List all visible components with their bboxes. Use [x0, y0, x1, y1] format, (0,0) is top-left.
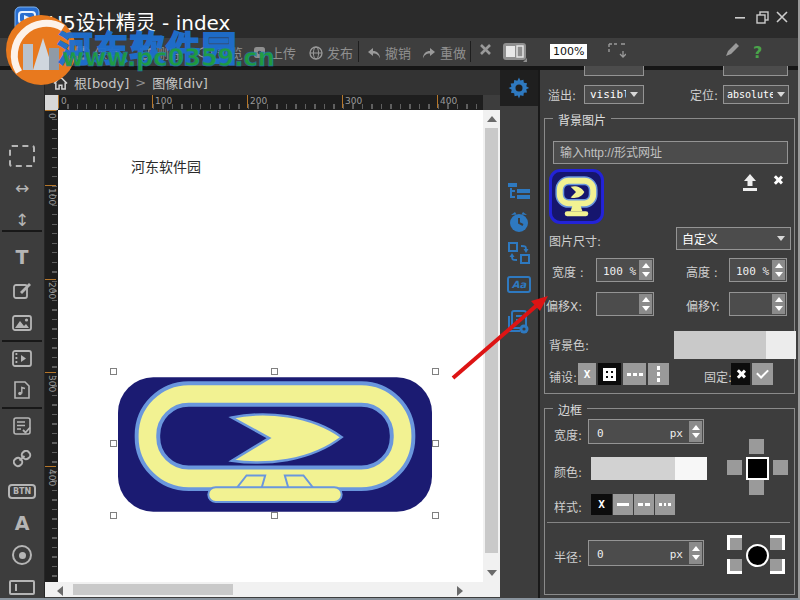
bg-width-stepper[interactable]: 100 %	[596, 258, 654, 282]
vertical-scroll-thumb[interactable]	[485, 128, 498, 553]
div-container-tool[interactable]	[0, 143, 44, 169]
selection-handle-sw[interactable]	[110, 512, 117, 519]
spinner[interactable]	[772, 260, 785, 280]
spin-up-icon[interactable]	[642, 263, 650, 268]
audio-tool[interactable]	[0, 377, 44, 403]
scroll-right-arrow[interactable]	[457, 586, 463, 596]
button-tool[interactable]: BTN	[0, 478, 44, 504]
horizontal-resize-tool[interactable]: ↔	[0, 175, 44, 201]
canvas-text-element[interactable]: 河东软件园	[131, 156, 201, 176]
tile-repeat-y-button[interactable]	[648, 363, 669, 385]
spinner[interactable]	[639, 260, 652, 280]
radius-corner-tl[interactable]	[727, 535, 742, 550]
image-size-select[interactable]: 自定义	[676, 227, 791, 250]
spin-down-icon[interactable]	[642, 306, 650, 311]
border-side-bottom[interactable]	[749, 480, 764, 495]
spinner[interactable]	[689, 421, 702, 442]
horizontal-scrollbar[interactable]	[45, 582, 500, 597]
bg-upload-button[interactable]	[739, 174, 761, 192]
radius-corner-br[interactable]	[770, 559, 785, 574]
spin-up-icon[interactable]	[775, 263, 783, 268]
bg-height-stepper[interactable]: 100 %	[729, 258, 787, 282]
zoom-level-value[interactable]: 100%	[550, 44, 587, 59]
selection-handle-s[interactable]	[271, 512, 278, 519]
border-radius-stepper[interactable]: 0 px	[588, 540, 704, 566]
radius-all-corners[interactable]	[746, 544, 769, 567]
selection-handle-w[interactable]	[110, 440, 117, 447]
scroll-up-arrow[interactable]	[487, 116, 497, 122]
undo-button[interactable]: 撤销	[367, 43, 411, 62]
spin-up-icon[interactable]	[775, 297, 783, 302]
minimize-button[interactable]	[731, 8, 749, 26]
scroll-down-arrow[interactable]	[487, 570, 497, 576]
fixed-yes-button[interactable]	[752, 363, 773, 385]
border-side-all[interactable]	[746, 457, 769, 480]
spin-down-icon[interactable]	[692, 555, 700, 560]
spin-down-icon[interactable]	[775, 306, 783, 311]
border-side-top[interactable]	[749, 439, 764, 454]
fixed-no-button[interactable]	[731, 363, 750, 385]
tile-repeat-button[interactable]	[598, 363, 621, 385]
breadcrumb-current[interactable]: 图像[div]	[152, 73, 208, 92]
spinner[interactable]	[689, 542, 702, 564]
selection-handle-nw[interactable]	[110, 368, 117, 375]
border-width-stepper[interactable]: 0 px	[588, 419, 704, 444]
clear-canvas-button[interactable]	[479, 43, 492, 56]
help-button[interactable]: ?	[753, 43, 762, 62]
timer-tab[interactable]	[500, 211, 538, 235]
bg-url-input[interactable]	[553, 141, 788, 164]
selection-handle-n[interactable]	[271, 368, 278, 375]
offset-x-stepper[interactable]	[596, 292, 654, 316]
page-settings-tab[interactable]	[500, 310, 538, 334]
border-style-dotted-button[interactable]	[655, 494, 675, 515]
position-select[interactable]: absolute	[723, 85, 789, 104]
restore-button[interactable]	[753, 8, 771, 26]
border-color-swatch[interactable]	[591, 457, 707, 480]
eyedropper-button[interactable]	[725, 43, 739, 57]
spin-up-icon[interactable]	[692, 546, 700, 551]
vertical-scrollbar[interactable]	[483, 110, 500, 582]
spin-down-icon[interactable]	[642, 272, 650, 277]
spin-up-icon[interactable]	[642, 297, 650, 302]
selected-image-element[interactable]	[118, 377, 432, 512]
bg-color-swatch[interactable]	[674, 331, 796, 359]
input-tool[interactable]	[0, 574, 44, 600]
radio-tool[interactable]	[0, 542, 44, 568]
bg-image-thumbnail[interactable]	[549, 169, 604, 224]
tile-repeat-x-button[interactable]	[623, 363, 646, 385]
panel-toggle-button[interactable]	[502, 42, 527, 62]
border-style-dashed-button[interactable]	[634, 494, 654, 515]
breadcrumb-root[interactable]: 根[body]	[74, 73, 129, 92]
spin-down-icon[interactable]	[692, 433, 700, 438]
font-settings-tab[interactable]: Aa	[500, 276, 538, 293]
layer-tree-tab[interactable]	[500, 182, 538, 200]
selection-handle-e[interactable]	[432, 440, 439, 447]
tile-none-button[interactable]: X	[578, 363, 596, 385]
border-style-none-button[interactable]: X	[591, 494, 612, 515]
publish-button[interactable]: 发布	[309, 43, 353, 62]
bg-clear-button[interactable]	[773, 175, 786, 188]
spin-down-icon[interactable]	[775, 272, 783, 277]
spinner[interactable]	[639, 294, 652, 314]
border-side-left[interactable]	[727, 460, 742, 475]
text-tool[interactable]: T	[0, 244, 44, 270]
radius-corner-tr[interactable]	[770, 535, 785, 550]
border-style-solid-button[interactable]	[613, 494, 633, 515]
close-button[interactable]	[773, 8, 791, 26]
properties-tab[interactable]	[500, 70, 538, 106]
overflow-select[interactable]: visible	[584, 85, 644, 104]
offset-y-stepper[interactable]	[729, 292, 787, 316]
edit-tool[interactable]	[0, 277, 44, 303]
animation-tab[interactable]	[500, 242, 538, 264]
radius-corner-bl[interactable]	[727, 559, 742, 574]
image-tool[interactable]	[0, 310, 44, 336]
redo-button[interactable]: 重做	[422, 43, 466, 62]
horizontal-scroll-thumb[interactable]	[73, 584, 233, 595]
link-tool[interactable]	[0, 446, 44, 472]
selection-handle-se[interactable]	[432, 512, 439, 519]
design-canvas[interactable]: 河东软件园	[58, 110, 483, 582]
scroll-left-arrow[interactable]	[57, 586, 63, 596]
video-tool[interactable]	[0, 345, 44, 371]
spinner[interactable]	[772, 294, 785, 314]
selection-handle-ne[interactable]	[432, 368, 439, 375]
